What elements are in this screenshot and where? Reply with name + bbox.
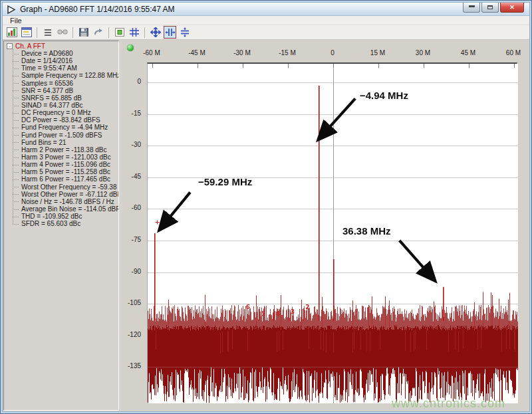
tree-item-list: Device = AD9680Date = 1/14/2016Time = 9:… — [7, 50, 118, 227]
tree-item[interactable]: Harm 5 Power = -115.258 dBc — [7, 168, 118, 175]
tree-item[interactable]: Time = 9:55:47 AM — [7, 64, 118, 72]
y-tick-label: -45 — [132, 172, 141, 179]
y-tick-label: -105 — [128, 299, 141, 306]
fit-x-icon — [165, 27, 176, 37]
fit-all-button[interactable] — [149, 26, 162, 39]
menu-bar: File — [3, 16, 529, 25]
x-tick-label: 60 M — [506, 49, 521, 56]
toggle-grid-button[interactable] — [128, 26, 140, 39]
minimize-button[interactable] — [463, 3, 480, 13]
annotation-spur-36mhz: 36.38 MHz — [342, 225, 391, 237]
tree-item[interactable]: Worst Other Frequency = -59.38 MHz — [7, 183, 118, 191]
x-tick-label: -45 M — [188, 49, 205, 56]
minimize-icon — [469, 5, 475, 7]
close-button[interactable]: ✕ — [500, 3, 524, 13]
properties-form-button[interactable] — [20, 26, 33, 39]
fit-all-icon — [150, 27, 161, 37]
tree-item[interactable]: DC Frequency = 0 MHz — [7, 109, 118, 116]
tree-item[interactable]: Fund Power = -1.509 dBFS — [7, 132, 118, 139]
tree-item[interactable]: SNRFS = 65.885 dB — [7, 94, 118, 102]
close-icon: ✕ — [509, 4, 515, 11]
x-tick-label: -60 M — [143, 49, 160, 56]
tree-item[interactable]: SFDR = 65.603 dBc — [7, 220, 118, 227]
tree-item[interactable]: Harm 3 Power = -121.003 dBc — [7, 154, 118, 161]
fft-plot[interactable] — [147, 62, 517, 402]
x-tick-label: -15 M — [279, 49, 296, 56]
window-inner: Graph - AD9680 FFT 1/14/2016 9:55:47 AM … — [2, 2, 530, 412]
properties-form-icon — [21, 27, 32, 37]
x-tick-label: 45 M — [461, 49, 475, 56]
toolbar — [3, 25, 529, 40]
tree-item[interactable]: Sample Frequency = 122.88 MHz — [7, 72, 118, 79]
window-title: Graph - AD9680 FFT 1/14/2016 9:55:47 AM — [20, 5, 175, 14]
title-bar[interactable]: Graph - AD9680 FFT 1/14/2016 9:55:47 AM … — [3, 3, 529, 16]
y-tick-label: -15 — [132, 109, 141, 116]
toggle-markers-icon — [114, 27, 125, 37]
tree-item[interactable]: Average Bin Noise = -114.05 dBFS — [7, 205, 118, 213]
maximize-icon — [487, 5, 493, 9]
save-icon — [78, 27, 89, 37]
tree-item[interactable]: Harm 4 Power = -115.096 dBc — [7, 161, 118, 168]
fit-x-button[interactable] — [164, 26, 176, 39]
y-tick-label: -135 — [128, 362, 141, 369]
export-button[interactable] — [92, 26, 104, 39]
y-tick-label: -75 — [132, 235, 141, 243]
app-icon — [7, 5, 17, 13]
data-lines-button[interactable] — [41, 26, 54, 39]
maximize-button[interactable] — [481, 3, 499, 13]
tree-root-label: Ch. A FFT — [15, 43, 45, 50]
tree-item[interactable]: Device = AD9680 — [7, 50, 118, 57]
y-axis-labels: 0-15-30-45-60-75-90-105-120-135 — [122, 62, 144, 402]
tree-item[interactable]: SNR = 64.377 dB — [7, 87, 118, 94]
graph-image-icon — [7, 27, 17, 37]
graph-image-button[interactable] — [5, 26, 18, 39]
y-tick-label: 0 — [137, 78, 141, 85]
results-tree-panel: - Ch. A FFT Device = AD9680Date = 1/14/2… — [3, 41, 119, 411]
toolbar-separator — [37, 27, 37, 38]
annotation-fundamental: −4.94 MHz — [360, 90, 408, 101]
tree-item[interactable]: DC Power = -83.842 dBFS — [7, 116, 118, 124]
toolbar-separator — [72, 27, 73, 38]
labels-button[interactable] — [56, 26, 68, 39]
tree-item[interactable]: Harm 2 Power = -118.38 dBc — [7, 146, 118, 154]
window-controls: ✕ — [463, 3, 524, 13]
tree-root[interactable]: - Ch. A FFT — [7, 43, 118, 50]
x-tick-label: 30 M — [416, 49, 430, 56]
y-tick-label: -120 — [128, 330, 141, 338]
toggle-markers-button[interactable] — [113, 26, 126, 39]
tree-item[interactable]: THD = -109.952 dBc — [7, 213, 118, 220]
toolbar-separator — [144, 27, 145, 38]
toolbar-separator — [108, 27, 109, 38]
x-tick-label: 0 — [331, 49, 334, 56]
export-icon — [93, 27, 104, 37]
app-window: Graph - AD9680 FFT 1/14/2016 9:55:47 AM … — [0, 0, 532, 414]
annotation-worst-spur: −59.29 MHz — [198, 176, 252, 187]
y-tick-label: -30 — [132, 141, 141, 148]
toggle-grid-icon — [129, 27, 140, 37]
labels-icon — [57, 27, 68, 37]
tree-item[interactable]: Date = 1/14/2016 — [7, 57, 118, 64]
status-indicator-icon — [127, 45, 134, 51]
chart-panel: -60 M-45 M-30 M-15 M015 M30 M45 M60 M 0-… — [122, 41, 529, 411]
y-tick-label: -60 — [132, 204, 141, 211]
tree-item[interactable]: Harm 6 Power = -117.465 dBc — [7, 175, 118, 183]
tree-item[interactable]: Samples = 65536 — [7, 80, 118, 87]
tree-item[interactable]: SINAD = 64.377 dBc — [7, 102, 118, 109]
fit-y-icon — [180, 27, 190, 37]
tree-item[interactable]: Noise / Hz = -146.78 dBFS / Hz — [7, 198, 118, 205]
tree-item[interactable]: Fund Bins = 21 — [7, 139, 118, 146]
main-content: - Ch. A FFT Device = AD9680Date = 1/14/2… — [3, 40, 529, 411]
tree-item[interactable]: Fund Frequency = -4.94 MHz — [7, 124, 118, 131]
x-tick-label: 15 M — [370, 49, 385, 56]
tree-item[interactable]: Worst Other Power = -67.112 dBFS — [7, 191, 118, 198]
watermark: www.cntronics.com — [392, 397, 505, 411]
menu-file[interactable]: File — [7, 17, 25, 25]
y-tick-label: -90 — [132, 267, 141, 274]
x-tick-label: -30 M — [233, 49, 251, 56]
fit-y-button[interactable] — [178, 26, 191, 39]
data-lines-icon — [43, 27, 53, 37]
save-button[interactable] — [77, 26, 90, 39]
collapse-icon[interactable]: - — [7, 43, 13, 49]
fft-plot-canvas[interactable] — [148, 64, 518, 403]
